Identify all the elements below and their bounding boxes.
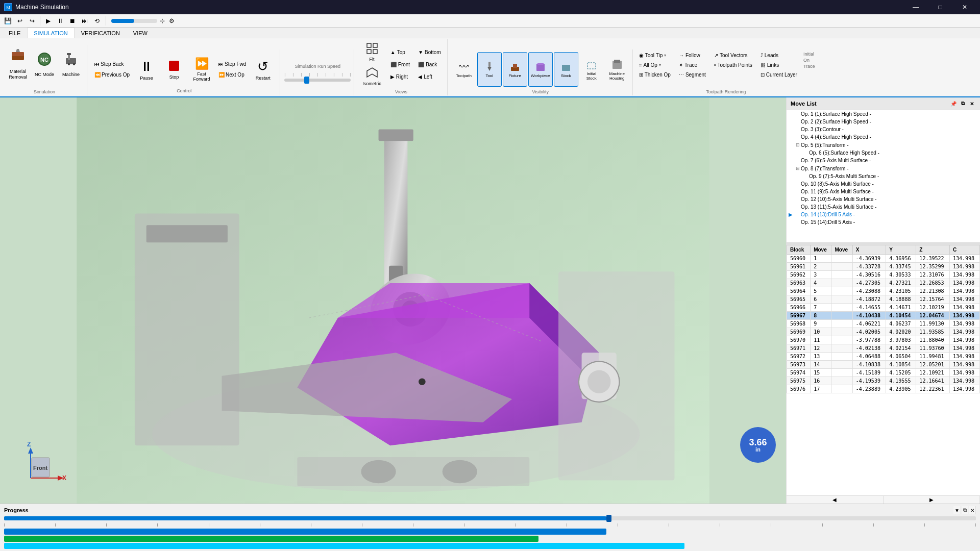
move-table[interactable]: Block Move Move X Y Z C 56960 1 -4.36939… — [787, 245, 980, 495]
table-row[interactable]: 56975 16 -4.19539 4.19555 12.16641 134.9… — [787, 377, 980, 385]
table-row[interactable]: 56962 3 -4.30516 4.30533 12.31076 134.99… — [787, 271, 980, 279]
op-tree-item[interactable]: Op. 4 (4): Surface High Speed - — [787, 133, 980, 141]
collapse-button[interactable]: ⊟ — [795, 165, 801, 171]
scroll-left-button[interactable]: ◀ — [787, 496, 884, 504]
op-tree-item[interactable]: Op. 13 (11): 5-Axis Multi Surface - — [787, 203, 980, 211]
table-row[interactable]: 56966 7 -4.14655 4.14671 12.10219 134.99… — [787, 304, 980, 312]
close-button[interactable]: ✕ — [953, 0, 976, 14]
adjust-tool[interactable]: ⚙ — [167, 17, 176, 25]
table-row[interactable]: 56961 2 -4.33728 4.33745 12.35299 134.99… — [787, 263, 980, 271]
pause-qa-button[interactable]: ⏸ — [55, 15, 66, 27]
op-tree-item[interactable]: Op. 9 (7): 5-Axis Multi Surface - — [787, 172, 980, 180]
undo-button[interactable]: ↩ — [14, 15, 26, 27]
op-tree-item[interactable]: Op. 10 (8): 5-Axis Multi Surface - — [787, 180, 980, 188]
op-tree-item[interactable]: Op. 11 (9): 5-Axis Multi Surface - — [787, 188, 980, 195]
tab-view[interactable]: VIEW — [127, 28, 154, 38]
links-button[interactable]: ⛓ Links — [758, 60, 799, 69]
leads-button[interactable]: ⤴ Leads — [758, 51, 799, 60]
step-back-button[interactable]: ⏮ Step Back — [92, 59, 132, 69]
tab-verification[interactable]: VERIFICATION — [75, 28, 127, 38]
tab-file[interactable]: FILE — [2, 28, 27, 38]
back-button[interactable]: ⬛ Back — [415, 59, 444, 70]
cursor-tool[interactable]: ⊹ — [158, 17, 166, 25]
restart-button[interactable]: ↺ Restart — [250, 54, 276, 85]
table-row[interactable]: 56972 13 -4.06488 4.06504 11.99481 134.9… — [787, 353, 980, 361]
machine-housing-button[interactable]: MachineHousing — [605, 52, 629, 87]
tool-vectors-button[interactable]: ↗ Tool Vectors — [712, 51, 754, 60]
current-layer-button[interactable]: ⊡ Current Layer — [758, 70, 799, 79]
pin-button[interactable]: 📌 — [949, 99, 958, 108]
op-tree-item[interactable]: Op. 15 (14): Drill 5 Axis - — [787, 218, 980, 226]
bottom-button[interactable]: ▼ Bottom — [415, 46, 444, 58]
nc-mode-button[interactable]: NC NC Mode — [32, 46, 57, 82]
table-row[interactable]: 56970 11 -3.97788 3.97803 11.88040 134.9… — [787, 336, 980, 344]
detach-button[interactable]: ⧉ — [959, 99, 967, 108]
speed-slider[interactable] — [284, 79, 351, 82]
op-tree-item[interactable]: Op. 2 (2): Surface High Speed - — [787, 118, 980, 126]
table-row[interactable]: 56973 14 -4.10838 4.10854 12.05201 134.9… — [787, 361, 980, 369]
toolpath-button[interactable]: 〰 Toolpath — [452, 52, 476, 87]
trace-button[interactable]: ✦ Trace — [677, 60, 708, 69]
op-tree-item[interactable]: Op. 3 (3): Contour - — [787, 126, 980, 133]
left-button[interactable]: ◀ Left — [415, 71, 444, 82]
follow-button[interactable]: → Follow — [677, 51, 708, 60]
close-panel-button[interactable]: ✕ — [968, 99, 976, 108]
minimize-button[interactable]: — — [904, 0, 927, 14]
table-row[interactable]: 56976 17 -4.23889 4.23905 12.22361 134.9… — [787, 385, 980, 393]
op-tree-item[interactable]: ⊟ Op. 5 (5): Transform - — [787, 141, 980, 149]
progress-track[interactable] — [4, 516, 976, 520]
step-fwd-button[interactable]: ⏭ Step Fwd — [216, 59, 248, 69]
material-removal-button[interactable]: Material Removal — [5, 46, 31, 82]
collapse-progress-button[interactable]: ▼ — [953, 506, 961, 514]
table-row[interactable]: 56964 5 -4.23088 4.23105 12.21308 134.99… — [787, 287, 980, 295]
stop-button[interactable]: Stop — [161, 54, 187, 85]
op-tree-item[interactable]: Op. 6 (5): Surface High Speed - — [787, 149, 980, 157]
machine-button[interactable]: Machine — [58, 46, 84, 82]
fixture-button[interactable]: Fixture — [503, 52, 527, 87]
workpiece-button[interactable]: Workpiece — [528, 52, 553, 87]
stop-qa-button[interactable]: ⏹ — [67, 15, 78, 27]
tool-vis-button[interactable]: Tool — [477, 52, 502, 87]
fast-forward-button[interactable]: ⏩ FastForward — [189, 54, 214, 85]
3d-viewport[interactable]: NC 56 968/57 459 — [0, 97, 786, 504]
table-row[interactable]: 56969 10 -4.02005 4.02020 11.93585 134.9… — [787, 328, 980, 336]
collapse-button[interactable]: ⊟ — [795, 142, 801, 148]
prev-op-button[interactable]: ⏪ Previous Op — [92, 70, 132, 80]
front-button[interactable]: ⬛ Front — [387, 59, 413, 70]
table-row[interactable]: 56971 12 -4.02138 4.02154 11.93760 134.9… — [787, 344, 980, 353]
table-row[interactable]: 56974 15 -4.15189 4.15205 12.10921 134.9… — [787, 369, 980, 377]
op-tree-item[interactable]: ▶ Op. 14 (13): Drill 5 Axis - — [787, 211, 980, 218]
maximize-button[interactable]: □ — [929, 0, 951, 14]
thicken-op-button[interactable]: ⊞ Thicken Op — [637, 70, 673, 79]
isometric-button[interactable]: Isometric — [358, 65, 385, 88]
op-tree-item[interactable]: ⊟ Op. 8 (7): Transform - — [787, 164, 980, 172]
speed-thumb[interactable] — [304, 77, 309, 84]
float-progress-button[interactable]: ⧉ — [962, 506, 968, 514]
tool-tip-button[interactable]: ◉ Tool Tip ▾ — [637, 51, 673, 60]
pause-button[interactable]: ⏸ Pause — [134, 54, 159, 85]
next-op-button[interactable]: ⏩ Next Op — [216, 70, 248, 80]
initial-stock-button[interactable]: InitialStock — [579, 52, 604, 87]
save-button[interactable]: 💾 — [2, 15, 13, 27]
op-tree-item[interactable]: Op. 7 (6): 5-Axis Multi Surface - — [787, 157, 980, 164]
all-op-button[interactable]: ≡ All Op ▾ — [637, 60, 673, 69]
table-row[interactable]: 56967 8 -4.10438 4.10454 12.04674 134.99… — [787, 312, 980, 320]
table-row[interactable]: 56968 9 -4.06221 4.06237 11.99130 134.99… — [787, 320, 980, 328]
tab-simulation[interactable]: SIMULATION — [27, 28, 74, 38]
top-button[interactable]: ▲ Top — [387, 46, 413, 58]
scroll-right-button[interactable]: ▶ — [884, 496, 981, 504]
stock-button[interactable]: Stock — [554, 52, 578, 87]
right-button[interactable]: ▶ Right — [387, 71, 413, 82]
toolpath-points-button[interactable]: • Toolpath Points — [712, 60, 754, 69]
table-row[interactable]: 56963 4 -4.27305 4.27321 12.26853 134.99… — [787, 279, 980, 287]
play-button[interactable]: ▶ — [42, 15, 54, 27]
progress-thumb[interactable] — [606, 515, 611, 522]
op-tree-item[interactable]: Op. 12 (10): 5-Axis Multi Surface - — [787, 195, 980, 203]
skip-button[interactable]: ⏭ — [79, 15, 90, 27]
table-row[interactable]: 56965 6 -4.18872 4.18888 12.15764 134.99… — [787, 295, 980, 304]
op-tree-item[interactable]: Op. 1 (1): Surface High Speed - — [787, 110, 980, 118]
segment-button[interactable]: ⋯ Segment — [677, 70, 708, 79]
redo-button[interactable]: ↪ — [27, 15, 38, 27]
fit-button[interactable]: Fit — [362, 40, 382, 64]
refresh-button[interactable]: ⟲ — [91, 15, 103, 27]
